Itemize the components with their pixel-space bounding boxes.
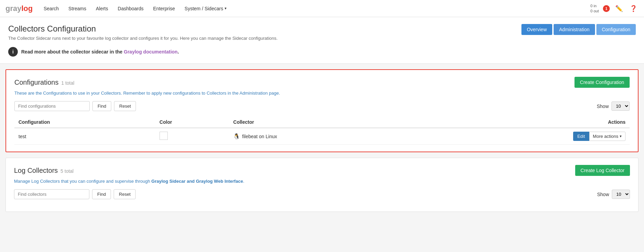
- show-label: Show: [597, 104, 609, 109]
- page-container: Configurations 1 total Create Configurat…: [0, 69, 644, 212]
- configurations-title-area: Configurations 1 total: [14, 79, 74, 86]
- configurations-filter-left: Find Reset: [14, 101, 136, 111]
- info-icon: i: [8, 47, 18, 57]
- info-banner: i Read more about the collector sidecar …: [8, 47, 636, 57]
- nav-alerts[interactable]: Alerts: [92, 1, 112, 16]
- nav-links: Search Streams Alerts Dashboards Enterpr…: [39, 1, 590, 16]
- io-stats: 0 in 0 out: [591, 3, 599, 13]
- configurations-table-body: test 🐧 filebeat on Linux Edit More a: [14, 128, 630, 145]
- header-text: Collectors Configuration The Collector S…: [8, 24, 278, 46]
- create-configuration-button[interactable]: Create Configuration: [574, 77, 630, 88]
- configurations-table-header-row: Configuration Color Collector Actions: [14, 117, 630, 128]
- notification-badge[interactable]: 1: [603, 5, 610, 12]
- header-buttons: Overview Administration Configuration: [521, 24, 636, 35]
- config-collector-cell: 🐧 filebeat on Linux: [229, 128, 414, 145]
- info-text: Read more about the collector sidecar in…: [21, 49, 179, 55]
- linux-icon: 🐧: [233, 133, 240, 140]
- configurations-section: Configurations 1 total Create Configurat…: [5, 69, 639, 152]
- config-name-cell: test: [14, 128, 155, 145]
- log-collectors-subtitle: Manage Log Collectors that you can confi…: [14, 179, 630, 184]
- graylog-docs-link[interactable]: Graylog documentation: [124, 49, 178, 55]
- create-log-collector-button[interactable]: Create Log Collector: [575, 165, 630, 176]
- help-icon-btn[interactable]: ❓: [628, 3, 639, 14]
- sidecar-web-link[interactable]: Graylog Sidecar and Graylog Web Interfac…: [151, 179, 243, 184]
- configurations-show-area: Show 10 25 50: [597, 101, 630, 111]
- table-row: test 🐧 filebeat on Linux Edit More a: [14, 128, 630, 145]
- log-collectors-filter-left: Find Reset: [14, 189, 136, 199]
- color-swatch: [160, 132, 168, 140]
- header-top: Collectors Configuration The Collector S…: [8, 24, 636, 46]
- log-collectors-section: Log Collectors 5 total Create Log Collec…: [5, 158, 639, 212]
- configurations-title: Configurations: [14, 79, 59, 86]
- config-color-cell: [155, 128, 229, 145]
- navbar: graylog Search Streams Alerts Dashboards…: [0, 0, 644, 17]
- nav-dashboards[interactable]: Dashboards: [114, 1, 148, 16]
- collector-name: filebeat on Linux: [242, 134, 277, 139]
- more-actions-button[interactable]: More actions: [589, 132, 626, 141]
- overview-button[interactable]: Overview: [521, 24, 552, 35]
- find-configurations-input[interactable]: [14, 101, 90, 111]
- log-collectors-title-area: Log Collectors 5 total: [14, 167, 74, 175]
- configurations-subtitle: These are the Configurations to use in y…: [14, 91, 630, 96]
- configurations-table-head: Configuration Color Collector Actions: [14, 117, 630, 128]
- logo[interactable]: graylog: [5, 4, 33, 13]
- action-btn-group: Edit More actions: [573, 132, 626, 141]
- log-collectors-show-select[interactable]: 10 25 50: [612, 190, 630, 199]
- log-collectors-title: Log Collectors: [14, 167, 58, 175]
- log-collectors-show-area: Show 10 25 50: [597, 190, 630, 199]
- nav-streams[interactable]: Streams: [64, 1, 90, 16]
- nav-search[interactable]: Search: [39, 1, 63, 16]
- col-color: Color: [155, 117, 229, 128]
- collector-info: 🐧 filebeat on Linux: [233, 133, 410, 140]
- col-actions: Actions: [414, 117, 630, 128]
- configurations-filter-row: Find Reset Show 10 25 50: [14, 101, 630, 111]
- configurations-table: Configuration Color Collector Actions te…: [14, 117, 630, 145]
- page-title: Collectors Configuration: [8, 24, 278, 34]
- page-header: Collectors Configuration The Collector S…: [0, 17, 644, 64]
- logo-gray: gray: [5, 4, 21, 13]
- configurations-header: Configurations 1 total Create Configurat…: [14, 77, 630, 88]
- find-collectors-input[interactable]: [14, 189, 89, 199]
- find-configurations-button[interactable]: Find: [92, 101, 111, 111]
- page-subtitle: The Collector Sidecar runs next to your …: [8, 36, 278, 41]
- logo-log: log: [21, 4, 33, 13]
- io-out: 0 out: [591, 9, 599, 13]
- col-configuration: Configuration: [14, 117, 155, 128]
- log-collectors-count: 5 total: [61, 168, 74, 174]
- log-collectors-header: Log Collectors 5 total Create Log Collec…: [14, 165, 630, 176]
- edit-button[interactable]: Edit: [573, 132, 589, 141]
- col-collector: Collector: [229, 117, 414, 128]
- actions-cell: Edit More actions: [414, 128, 630, 145]
- configurations-count: 1 total: [61, 80, 74, 86]
- reset-collectors-button[interactable]: Reset: [114, 189, 136, 199]
- log-collectors-show-label: Show: [597, 192, 609, 197]
- nav-right: 0 in 0 out 1 ✏️ ❓: [591, 3, 639, 14]
- configuration-button[interactable]: Configuration: [596, 24, 636, 35]
- reset-configurations-button[interactable]: Reset: [114, 101, 136, 111]
- log-collectors-filter-row: Find Reset Show 10 25 50: [14, 189, 630, 199]
- configurations-show-select[interactable]: 10 25 50: [611, 101, 630, 111]
- io-in: 0 in: [591, 3, 599, 8]
- nav-enterprise[interactable]: Enterprise: [149, 1, 179, 16]
- nav-system[interactable]: System / Sidecars: [180, 1, 231, 16]
- find-collectors-button[interactable]: Find: [92, 189, 111, 199]
- administration-button[interactable]: Administration: [554, 24, 595, 35]
- edit-icon-btn[interactable]: ✏️: [614, 3, 624, 14]
